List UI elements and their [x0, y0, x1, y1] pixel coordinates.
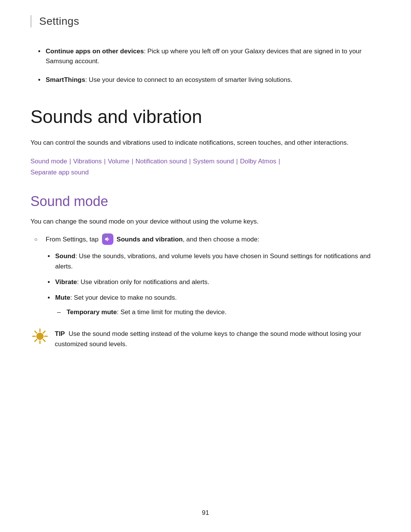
tip-label: TIP [55, 330, 65, 337]
desc-vibrate: : Use vibration only for notifications a… [77, 278, 209, 286]
separator-4: | [187, 158, 193, 165]
nav-link-notification-sound[interactable]: Notification sound [135, 158, 187, 165]
svg-line-7 [43, 331, 45, 333]
svg-line-6 [43, 339, 45, 341]
page-number: 91 [202, 509, 209, 517]
content-list: From Settings, tap Sounds and vibration,… [30, 234, 381, 317]
subsection-title: Sound mode [30, 193, 381, 209]
svg-line-8 [35, 339, 37, 341]
separator-5: | [234, 158, 240, 165]
outer-item-prefix: From Settings, tap [46, 236, 100, 243]
desc-sound: : Use the sounds, vibrations, and volume… [55, 252, 371, 270]
nav-link-dolby-atmos[interactable]: Dolby Atmos [240, 158, 276, 165]
nav-links[interactable]: Sound mode | Vibrations | Volume | Notif… [30, 156, 381, 178]
svg-line-5 [35, 331, 37, 333]
sub-inner-list: Temporary mute: Set a time limit for mut… [55, 307, 381, 317]
intro-bullets: Continue apps on other devices: Pick up … [30, 46, 381, 85]
desc-temporary-mute: : Set a time limit for muting the device… [117, 308, 226, 316]
nav-link-vibrations[interactable]: Vibrations [73, 158, 102, 165]
nav-link-volume[interactable]: Volume [108, 158, 129, 165]
inner-list: Sound: Use the sounds, vibrations, and v… [46, 251, 381, 317]
inner-item-mute: Mute: Set your device to make no sounds.… [46, 292, 381, 317]
tip-content: Use the sound mode setting instead of th… [55, 330, 361, 348]
tip-icon [30, 327, 49, 346]
outer-item-settings: From Settings, tap Sounds and vibration,… [30, 234, 381, 317]
separator-6: | [277, 158, 280, 165]
subsection-description: You can change the sound mode on your de… [30, 216, 381, 227]
settings-header: Settings [30, 15, 381, 27]
section-title: Sounds and vibration [30, 106, 381, 128]
section-description: You can control the sounds and vibration… [30, 137, 381, 148]
intro-bullet-2: SmartThings: Use your device to connect … [38, 75, 381, 85]
intro-desc-2: : Use your device to connect to an ecosy… [85, 76, 292, 83]
separator-3: | [130, 158, 135, 165]
term-temporary-mute: Temporary mute [67, 308, 117, 316]
nav-link-system-sound[interactable]: System sound [193, 158, 234, 165]
svg-point-0 [37, 333, 43, 340]
settings-title: Settings [39, 15, 79, 27]
tip-box: TIP Use the sound mode setting instead o… [30, 329, 381, 349]
tip-text: TIP Use the sound mode setting instead o… [55, 329, 381, 349]
outer-item-bold: Sounds and vibration [116, 236, 183, 243]
desc-mute: : Set your device to make no sounds. [70, 294, 177, 301]
intro-term-1: Continue apps on other devices [46, 48, 144, 55]
term-sound: Sound [55, 252, 75, 260]
term-vibrate: Vibrate [55, 278, 77, 286]
separator-2: | [102, 158, 108, 165]
inner-item-sound: Sound: Use the sounds, vibrations, and v… [46, 251, 381, 272]
nav-link-separate-app-sound[interactable]: Separate app sound [30, 169, 89, 176]
sub-item-temporary-mute: Temporary mute: Set a time limit for mut… [55, 307, 381, 317]
separator-1: | [67, 158, 73, 165]
term-mute: Mute [55, 294, 70, 301]
sounds-vibration-icon [102, 233, 113, 245]
intro-term-2: SmartThings [46, 76, 85, 83]
inner-item-vibrate: Vibrate: Use vibration only for notifica… [46, 277, 381, 287]
nav-link-sound-mode[interactable]: Sound mode [30, 158, 67, 165]
outer-item-suffix: , and then choose a mode: [183, 236, 259, 243]
intro-bullet-1: Continue apps on other devices: Pick up … [38, 46, 381, 67]
